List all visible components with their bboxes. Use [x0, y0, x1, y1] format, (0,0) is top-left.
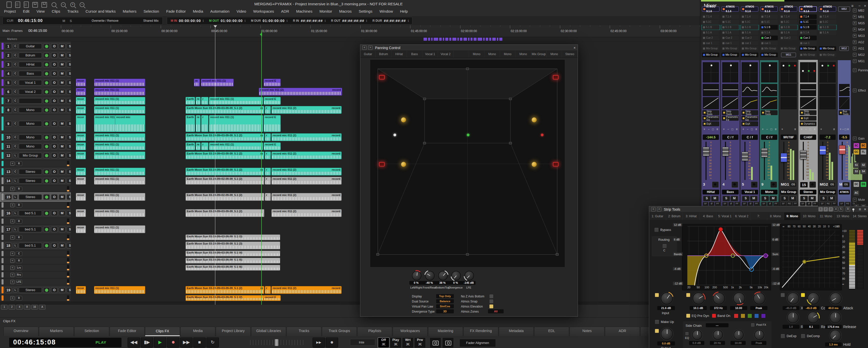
mixer-bus-mg3[interactable]: +MG3 — [853, 34, 865, 38]
track-record-arm[interactable] — [43, 80, 50, 86]
track-record-arm[interactable] — [43, 98, 50, 104]
audio-clip[interactable]: record mic 011 (1) — [201, 79, 234, 86]
pin-icon[interactable] — [852, 208, 855, 210]
bus-send-cue-1[interactable]: cue 1 — [761, 41, 778, 46]
track-mute-button[interactable]: M — [59, 98, 65, 104]
nav-prev-icon[interactable]: < — [362, 46, 367, 50]
audio-clip[interactable]: record mic 011 (2)record — [271, 286, 342, 294]
track-output-button[interactable]: O — [51, 107, 58, 113]
audio-clip[interactable]: record E — [264, 295, 281, 301]
track-name[interactable]: Vocal 2 — [19, 89, 42, 94]
sc-value[interactable]: Peak — [751, 341, 767, 345]
track-record-arm[interactable] — [43, 169, 50, 175]
track-mute-button[interactable]: M — [59, 178, 65, 183]
striptools-tab-9-mono[interactable]: 9: Mono — [784, 212, 801, 220]
track-mute-button[interactable]: M — [59, 243, 65, 248]
audio-clip[interactable]: Earth Moon Sun 03-19-09+03-09-09_5.1 (2)… — [185, 168, 264, 175]
panning-tab-mono[interactable]: Mono — [547, 51, 562, 57]
audio-clip[interactable]: re — [195, 97, 200, 105]
strip-mute-button[interactable]: M — [808, 196, 816, 201]
effect-toolbar-menu[interactable]: ≡ — [775, 127, 777, 131]
panning-tab-mono[interactable]: Mono — [469, 51, 485, 57]
track-output-button[interactable]: O — [51, 121, 58, 126]
bus-send-7-1-4[interactable]: 7.1.4 — [799, 14, 817, 19]
track-mute-button[interactable]: M — [59, 153, 65, 158]
strip-name[interactable]: Bass — [722, 190, 739, 195]
marker-block[interactable] — [443, 38, 444, 41]
marker-block[interactable] — [431, 38, 433, 41]
marker-block[interactable] — [439, 38, 442, 41]
menu-window[interactable]: Window — [379, 9, 393, 13]
effect-toolbar-menu[interactable]: ≡ — [814, 127, 815, 131]
close-icon[interactable]: × — [574, 46, 576, 50]
eq-pre-dyn-toggle[interactable] — [686, 314, 690, 318]
track-mute-button[interactable]: M — [59, 144, 65, 149]
track-name[interactable]: Mono — [19, 107, 42, 113]
track-output-button[interactable]: O — [51, 62, 58, 67]
panning-tab-mix-group[interactable]: Mix Group — [531, 51, 547, 57]
track-output-button[interactable]: O — [51, 44, 58, 49]
tab-fx-rendering[interactable]: FX Rendering — [463, 327, 498, 336]
strip-pan-thumbnail[interactable] — [819, 62, 836, 82]
bus-send-5-1-b[interactable]: 5.1 B — [819, 25, 836, 30]
effect-toolbar-add[interactable]: + — [840, 127, 841, 131]
bus-send-atmos[interactable]: ATMOS 9.1.6 — [721, 7, 739, 11]
section-collapse-icon[interactable]: − — [853, 88, 857, 92]
audio-clip[interactable]: r — [201, 142, 209, 150]
effect-enable-icon[interactable] — [743, 112, 744, 114]
strip-os-button[interactable]: OS — [790, 182, 797, 187]
strip-pan-thumbnail[interactable] — [781, 62, 797, 82]
bus-expand-icon[interactable]: + — [853, 21, 857, 25]
striptools-tab-8-mono[interactable]: 8: Mono — [767, 212, 784, 220]
marker-block[interactable] — [460, 38, 462, 41]
panning-tab-mono[interactable]: Mono — [485, 51, 500, 57]
track-channel-key[interactable]: C — [13, 71, 18, 76]
effect-toolbar-menu[interactable]: ≡ — [847, 127, 849, 131]
strip-name[interactable]: HiHat — [703, 190, 719, 195]
hold-knob[interactable] — [830, 330, 841, 341]
marker-block[interactable] — [445, 38, 448, 41]
audio-clip[interactable]: Earth — [185, 115, 195, 132]
strip-pf-button[interactable]: PF — [754, 202, 760, 206]
panning-tab-bass[interactable]: Bass — [407, 51, 422, 57]
effect-toolbar-remove[interactable]: − — [727, 127, 729, 131]
audio-clip[interactable]: recor — [76, 168, 86, 175]
track-name[interactable]: Stereo — [19, 169, 42, 175]
nav-next-icon[interactable]: > — [657, 207, 661, 211]
track-number[interactable]: 5 — [5, 80, 12, 86]
input-knob[interactable] — [661, 292, 673, 304]
mixer-bus-mg4[interactable]: +MG4 — [853, 28, 865, 31]
strip-name[interactable]: Mix Group — [819, 190, 836, 195]
expand-icon[interactable]: + — [10, 187, 14, 191]
track-channel-key[interactable]: C — [13, 98, 18, 103]
track-header-1[interactable]: 1CGuitarOMS — [0, 42, 71, 51]
audio-clip[interactable]: record mic 011 (1) — [94, 209, 145, 217]
cursor-timecode[interactable]: 00:46:15:00 — [18, 19, 43, 23]
bus-send-cue-1[interactable]: cue 1 — [799, 41, 817, 46]
strip-re-button[interactable]: RE — [826, 202, 831, 206]
sc-value[interactable]: 0.0 dB — [689, 341, 704, 345]
bus-send-5-1-b[interactable]: 5.1 B — [702, 25, 719, 30]
effect-enable-icon[interactable] — [743, 123, 744, 125]
audio-clip[interactable]: re — [195, 115, 200, 132]
field-value[interactable]: 00:00:00:00 — [179, 19, 201, 23]
track-number[interactable]: 12 — [5, 153, 12, 158]
marker-block[interactable] — [428, 38, 430, 41]
fast-forward-button[interactable]: ▶▶ — [180, 337, 192, 347]
bus-send-atmos[interactable]: ATMOS 9.1.6 — [702, 7, 719, 11]
track-name[interactable]: Stereo — [19, 178, 42, 183]
strip-eq-thumbnail[interactable] — [819, 84, 836, 96]
jog-handle[interactable] — [274, 339, 279, 346]
dyn-check-decomp[interactable] — [801, 334, 805, 339]
strip-re-button[interactable]: RE — [845, 202, 850, 206]
strip-sf-button[interactable]: SF — [800, 202, 806, 206]
subtrack-key[interactable]: R — [16, 296, 22, 300]
band-color-3[interactable] — [747, 314, 752, 318]
effect-toolbar-add[interactable]: + — [762, 127, 764, 131]
track-output-button[interactable]: O — [51, 80, 58, 86]
bus-output-label[interactable]: MB2 — [838, 7, 850, 11]
record-button[interactable]: ● — [167, 337, 179, 347]
spinner[interactable]: ▴▾ — [245, 19, 246, 22]
mixer-dc-button[interactable]: DC — [854, 181, 860, 187]
jog-wheel-button[interactable]: ● — [326, 337, 338, 347]
